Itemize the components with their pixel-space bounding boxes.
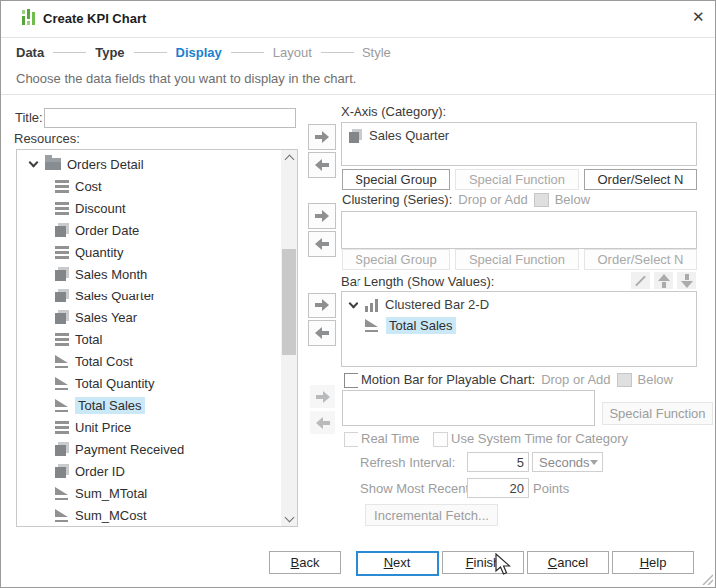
move-to-motion-button[interactable] bbox=[310, 385, 335, 408]
remove-from-xaxis-button[interactable] bbox=[308, 152, 336, 178]
motion-special-function-button[interactable]: Special Function bbox=[602, 402, 713, 425]
step-connector bbox=[321, 52, 354, 53]
resources-label: Resources: bbox=[14, 131, 80, 146]
xaxis-field-box[interactable]: Sales Quarter bbox=[341, 122, 697, 166]
dialog-title: Create KPI Chart bbox=[43, 11, 146, 26]
step-style[interactable]: Style bbox=[362, 45, 391, 60]
remove-from-barlength-button[interactable] bbox=[308, 320, 336, 346]
clustering-special-function-button[interactable]: Special Function bbox=[455, 249, 579, 270]
add-field-icon[interactable] bbox=[617, 373, 632, 387]
scroll-up-icon[interactable] bbox=[281, 150, 297, 165]
move-to-clustering-button[interactable] bbox=[308, 203, 336, 229]
real-time-checkbox[interactable] bbox=[344, 432, 358, 447]
step-data[interactable]: Data bbox=[16, 45, 44, 60]
motion-field-box[interactable] bbox=[342, 390, 595, 426]
tree-item[interactable]: Cost bbox=[17, 175, 280, 197]
measure-icon bbox=[55, 333, 69, 346]
tree-item[interactable]: Order Date bbox=[17, 219, 280, 241]
clustering-header: Clustering (Series): Drop or Add Below bbox=[342, 192, 590, 207]
move-to-xaxis-button[interactable] bbox=[308, 124, 336, 150]
tree-item[interactable]: Quantity bbox=[17, 241, 280, 263]
header-divider bbox=[1, 94, 715, 95]
xaxis-special-group-button[interactable]: Special Group bbox=[342, 169, 450, 190]
tree-scrollbar[interactable] bbox=[281, 150, 297, 526]
cancel-button[interactable]: Cancel bbox=[527, 551, 609, 574]
titlebar-divider bbox=[1, 37, 715, 38]
bar-length-group-row[interactable]: Clustered Bar 2-D bbox=[342, 292, 696, 312]
refresh-interval-input[interactable] bbox=[467, 452, 529, 472]
arrow-right-icon bbox=[314, 209, 330, 223]
clustering-order-select-button[interactable]: Order/Select N bbox=[584, 249, 697, 270]
step-layout[interactable]: Layout bbox=[273, 45, 312, 60]
tree-item[interactable]: Total bbox=[17, 328, 280, 350]
motion-drop-hint: Drop or Add bbox=[541, 372, 610, 387]
bar-length-item-row[interactable]: Total Sales bbox=[342, 312, 696, 334]
wizard-steps: Data Type Display Layout Style bbox=[16, 45, 391, 60]
chevron-down-icon[interactable] bbox=[29, 159, 39, 169]
arrow-right-icon bbox=[314, 130, 330, 144]
tree-item[interactable]: Unit Price bbox=[17, 416, 280, 438]
back-button[interactable]: Back bbox=[269, 551, 341, 574]
dimension-icon bbox=[55, 310, 69, 324]
remove-from-motion-button[interactable] bbox=[310, 411, 335, 434]
tree-item[interactable]: Order ID bbox=[17, 460, 280, 482]
measure-icon bbox=[55, 246, 69, 259]
folder-icon bbox=[45, 158, 61, 170]
bar-length-label: Bar Length (Show Values): bbox=[341, 274, 494, 289]
xaxis-field-item[interactable]: Sales Quarter bbox=[342, 123, 696, 143]
measure-icon bbox=[55, 421, 69, 434]
step-connector bbox=[134, 52, 167, 53]
close-icon[interactable]: ✕ bbox=[692, 8, 705, 26]
aggregation-icon bbox=[55, 377, 69, 390]
xaxis-order-select-button[interactable]: Order/Select N bbox=[584, 169, 697, 190]
clustering-field-box[interactable] bbox=[341, 211, 697, 249]
arrow-left-icon bbox=[314, 237, 330, 251]
tree-item[interactable]: Sum_MCost bbox=[17, 504, 280, 526]
edit-icon[interactable] bbox=[631, 272, 650, 289]
clustering-special-group-button[interactable]: Special Group bbox=[342, 249, 450, 270]
scrollbar-thumb[interactable] bbox=[282, 249, 296, 355]
step-display[interactable]: Display bbox=[176, 45, 222, 60]
chevron-down-icon[interactable] bbox=[349, 300, 358, 310]
finish-button[interactable]: Finish bbox=[442, 551, 524, 574]
points-label: Points bbox=[533, 481, 569, 496]
use-system-time-checkbox[interactable] bbox=[433, 432, 448, 447]
tree-item[interactable]: Payment Received bbox=[17, 438, 280, 460]
tree-item[interactable]: Sum_MTotal bbox=[17, 482, 280, 504]
refresh-unit-dropdown[interactable]: Seconds bbox=[532, 452, 603, 472]
tree-item[interactable]: Discount bbox=[17, 197, 280, 219]
arrow-right-icon bbox=[315, 390, 331, 404]
bar-length-box[interactable]: Clustered Bar 2-D Total Sales bbox=[341, 291, 697, 367]
arrow-right-icon bbox=[314, 298, 330, 312]
clustering-below-hint: Below bbox=[555, 192, 590, 207]
clustering-drop-hint: Drop or Add bbox=[458, 192, 527, 207]
show-most-recent-label: Show Most Recent: bbox=[360, 481, 473, 496]
step-connector bbox=[53, 52, 86, 53]
step-type[interactable]: Type bbox=[95, 45, 124, 60]
tree-item[interactable]: Sales Year bbox=[17, 306, 280, 328]
tree-item[interactable]: Total Quantity bbox=[17, 372, 280, 394]
tree-node-orders-detail[interactable]: Orders Detail bbox=[17, 153, 280, 175]
next-button[interactable]: Next bbox=[356, 551, 439, 576]
motion-bar-checkbox[interactable] bbox=[344, 373, 358, 388]
resize-grip-icon[interactable] bbox=[700, 572, 713, 585]
title-input[interactable] bbox=[44, 108, 296, 128]
arrow-left-icon bbox=[314, 158, 330, 172]
dimension-icon bbox=[349, 129, 362, 143]
tree-item[interactable]: Total Cost bbox=[17, 350, 280, 372]
incremental-fetch-button[interactable]: Incremental Fetch... bbox=[365, 504, 498, 526]
xaxis-label: X-Axis (Category): bbox=[341, 104, 446, 119]
move-to-barlength-button[interactable] bbox=[308, 293, 336, 318]
help-button[interactable]: Help bbox=[612, 551, 694, 574]
tree-item[interactable]: Sales Month bbox=[17, 263, 280, 285]
scroll-down-icon[interactable] bbox=[281, 511, 297, 526]
xaxis-special-function-button[interactable]: Special Function bbox=[455, 169, 579, 190]
tree-item-selected[interactable]: Total Sales bbox=[17, 394, 280, 416]
move-up-icon[interactable] bbox=[654, 272, 673, 289]
add-field-icon[interactable] bbox=[534, 193, 549, 207]
show-most-recent-input[interactable] bbox=[467, 478, 529, 498]
remove-from-clustering-button[interactable] bbox=[308, 231, 336, 257]
tree-item[interactable]: Sales Quarter bbox=[17, 285, 280, 306]
move-down-icon[interactable] bbox=[677, 272, 696, 289]
use-system-time-label: Use System Time for Category bbox=[451, 431, 628, 446]
